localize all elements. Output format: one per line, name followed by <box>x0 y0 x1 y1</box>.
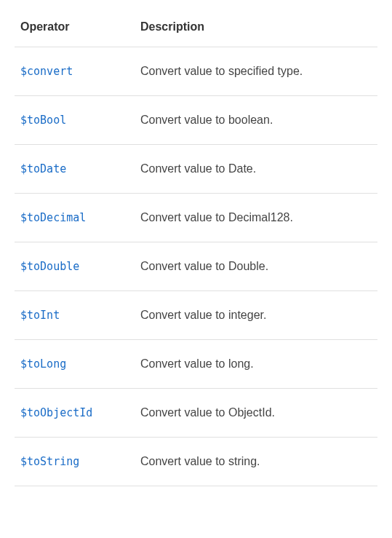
table-row: $toBool Convert value to boolean. <box>15 96 377 145</box>
table-row: $convert Convert value to specified type… <box>15 47 377 96</box>
operator-link[interactable]: $toString <box>20 455 79 468</box>
operator-link[interactable]: $toObjectId <box>20 406 92 419</box>
operator-description: Convert value to integer. <box>135 291 377 340</box>
operator-description: Convert value to specified type. <box>135 47 377 96</box>
operator-description: Convert value to Double. <box>135 242 377 291</box>
operator-link[interactable]: $toDecimal <box>20 211 86 224</box>
operator-link[interactable]: $toLong <box>20 357 66 371</box>
table-row: $toObjectId Convert value to ObjectId. <box>15 389 377 438</box>
column-header-operator: Operator <box>15 13 135 47</box>
table-row: $toString Convert value to string. <box>15 438 377 486</box>
operator-link[interactable]: $toDouble <box>20 260 79 273</box>
operator-link[interactable]: $convert <box>20 65 73 78</box>
operator-description: Convert value to Date. <box>135 145 377 194</box>
operator-description: Convert value to ObjectId. <box>135 389 377 438</box>
table-row: $toDouble Convert value to Double. <box>15 242 377 291</box>
operator-description: Convert value to Decimal128. <box>135 194 377 242</box>
table-row: $toInt Convert value to integer. <box>15 291 377 340</box>
operator-link[interactable]: $toBool <box>20 114 66 127</box>
operator-description: Convert value to boolean. <box>135 96 377 145</box>
table-row: $toDate Convert value to Date. <box>15 145 377 194</box>
operators-table: Operator Description $convert Convert va… <box>15 13 377 486</box>
operator-link[interactable]: $toDate <box>20 162 66 175</box>
table-row: $toLong Convert value to long. <box>15 340 377 389</box>
operator-link[interactable]: $toInt <box>20 309 60 322</box>
operator-description: Convert value to long. <box>135 340 377 389</box>
column-header-description: Description <box>135 13 377 47</box>
table-row: $toDecimal Convert value to Decimal128. <box>15 194 377 242</box>
operator-description: Convert value to string. <box>135 438 377 486</box>
